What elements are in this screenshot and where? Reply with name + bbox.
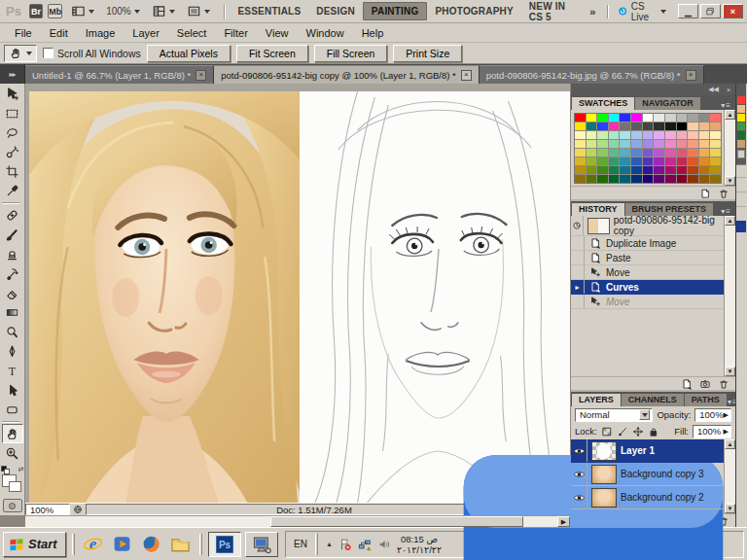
- tool-zoom[interactable]: [2, 443, 23, 463]
- layer-thumbnail[interactable]: [591, 488, 617, 508]
- swatch[interactable]: [643, 149, 654, 157]
- menu-image[interactable]: Image: [77, 25, 124, 41]
- opacity-field[interactable]: 100% ▶: [694, 408, 731, 422]
- tab-swatches[interactable]: SWATCHES: [572, 97, 634, 110]
- swatch[interactable]: [710, 140, 721, 148]
- layer-row-layer-1[interactable]: Layer 1: [571, 439, 735, 463]
- swatch[interactable]: [654, 175, 664, 183]
- language-indicator[interactable]: EN: [294, 539, 307, 549]
- visibility-toggle[interactable]: [571, 486, 587, 508]
- swatch[interactable]: [677, 114, 688, 122]
- swatch[interactable]: [609, 158, 620, 165]
- swatch[interactable]: [654, 158, 664, 165]
- tray-clock[interactable]: ص 08:15 ٢٠١٢/١٢/٢٢: [397, 534, 442, 555]
- tool-clone-stamp[interactable]: [2, 244, 23, 263]
- swatch[interactable]: [688, 149, 698, 157]
- new-swatch-icon[interactable]: [699, 188, 711, 199]
- swatch[interactable]: [575, 166, 586, 174]
- tool-shape[interactable]: [2, 400, 23, 419]
- swatch[interactable]: [620, 149, 630, 157]
- mini-bridge-button[interactable]: Mb: [48, 4, 62, 18]
- tool-brush[interactable]: [2, 225, 23, 244]
- collapse-to-icons-button[interactable]: ◀◀: [708, 86, 719, 93]
- volume-icon[interactable]: [377, 538, 391, 551]
- swatch[interactable]: [699, 140, 710, 148]
- print-size-button[interactable]: Print Size: [393, 45, 462, 62]
- slider-arrow-icon[interactable]: ▶: [724, 411, 729, 419]
- swatch[interactable]: [654, 131, 664, 139]
- new-document-from-state-icon[interactable]: [681, 378, 693, 390]
- tool-marquee[interactable]: [2, 103, 23, 122]
- tool-history-brush[interactable]: [2, 263, 23, 283]
- swatch[interactable]: [575, 131, 586, 139]
- menu-select[interactable]: Select: [168, 25, 216, 41]
- arrange-documents-dropdown[interactable]: [148, 3, 179, 20]
- task-display-app[interactable]: [245, 532, 278, 557]
- trash-icon[interactable]: [718, 378, 729, 390]
- swatch[interactable]: [643, 131, 654, 139]
- layer-thumbnail[interactable]: [591, 441, 617, 461]
- doc-tab-potd-jpg[interactable]: potd-090806-95142-big.jpg @ 66.7% (RGB/8…: [480, 65, 704, 84]
- swatch[interactable]: [688, 158, 698, 165]
- toolbar-expand-button[interactable]: ▸▸: [0, 64, 25, 84]
- tool-dodge[interactable]: [2, 322, 23, 341]
- tool-pen[interactable]: [2, 341, 23, 361]
- menu-filter[interactable]: Filter: [215, 25, 256, 41]
- history-brush-well[interactable]: [571, 251, 585, 264]
- swatch[interactable]: [688, 122, 698, 130]
- tool-hand[interactable]: [2, 424, 23, 443]
- swatch[interactable]: [587, 122, 597, 130]
- scroll-up-arrow[interactable]: ▲: [725, 439, 735, 449]
- scroll-down-arrow[interactable]: ▼: [725, 504, 735, 513]
- swatch[interactable]: [665, 158, 676, 165]
- swatch[interactable]: [643, 158, 654, 165]
- swatch[interactable]: [688, 114, 698, 122]
- cs-live-button[interactable]: CS Live: [614, 1, 670, 22]
- menu-view[interactable]: View: [257, 25, 298, 41]
- blend-mode-select[interactable]: Normal: [575, 408, 653, 422]
- visibility-toggle[interactable]: [571, 439, 587, 462]
- new-snapshot-icon[interactable]: [699, 378, 711, 390]
- close-icon[interactable]: ×: [196, 70, 206, 81]
- swatch[interactable]: [620, 166, 630, 174]
- swatch[interactable]: [654, 149, 664, 157]
- history-brush-well[interactable]: [571, 295, 585, 308]
- history-brush-well[interactable]: [571, 265, 585, 279]
- swatch[interactable]: [688, 131, 698, 139]
- current-tool-well[interactable]: [4, 45, 37, 62]
- tool-crop[interactable]: [2, 161, 23, 181]
- swatch[interactable]: [665, 166, 676, 174]
- scroll-down-arrow[interactable]: ▼: [725, 367, 735, 376]
- swatch[interactable]: [665, 175, 676, 183]
- action-center-icon[interactable]: [338, 538, 352, 551]
- history-step-move[interactable]: Move: [571, 265, 724, 280]
- swatch[interactable]: [710, 175, 721, 183]
- minimize-button[interactable]: ▁: [678, 4, 698, 18]
- snapshot-thumbnail[interactable]: [587, 218, 610, 234]
- swatch[interactable]: [587, 149, 597, 157]
- scrollbar-thumb[interactable]: [270, 516, 523, 527]
- swatch[interactable]: [631, 114, 642, 122]
- swatch[interactable]: [631, 158, 642, 165]
- workspace-design[interactable]: DESIGN: [308, 3, 363, 19]
- swatch[interactable]: [587, 131, 597, 139]
- swatch[interactable]: [699, 175, 710, 183]
- swatch[interactable]: [575, 122, 586, 130]
- swatch[interactable]: [665, 114, 676, 122]
- default-colors-icon[interactable]: [1, 466, 10, 474]
- workspace-photography[interactable]: PHOTOGRAPHY: [427, 3, 520, 19]
- scroll-down-arrow[interactable]: ▼: [725, 176, 735, 186]
- close-icon[interactable]: ×: [727, 87, 730, 93]
- scroll-up-arrow[interactable]: ▲: [725, 216, 735, 226]
- swatch[interactable]: [597, 175, 608, 183]
- swatch[interactable]: [677, 131, 688, 139]
- panel-menu-icon[interactable]: ▾≡: [721, 101, 734, 110]
- swatch[interactable]: [620, 140, 630, 148]
- swatch[interactable]: [575, 114, 586, 122]
- scroll-all-windows-checkbox[interactable]: [43, 48, 53, 58]
- swatch[interactable]: [710, 114, 721, 122]
- tab-layers[interactable]: LAYERS: [572, 394, 621, 406]
- swatch[interactable]: [620, 175, 630, 183]
- swatch[interactable]: [609, 140, 620, 148]
- swatch[interactable]: [597, 122, 608, 130]
